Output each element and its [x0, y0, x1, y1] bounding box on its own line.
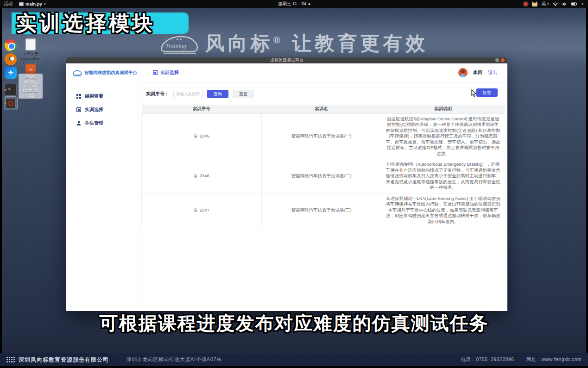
submit-button[interactable]: 提交	[476, 88, 498, 97]
clock-label: 星期三 11：34	[278, 1, 306, 7]
footer-address: 深圳市龙岗区横岗街道大运AI小镇A07栋	[126, 356, 222, 363]
training-radio[interactable]	[194, 134, 197, 138]
footer-company: 深圳风向标教育资源股份有限公司	[19, 356, 109, 364]
focused-app-label: main.py	[25, 1, 42, 6]
zip-icon: zip	[25, 64, 36, 75]
svg-text:Training: Training	[165, 43, 186, 50]
main-area: 实训选择 李四 退出 实训序号： 查询 重置 提交	[139, 63, 507, 311]
wifi-icon[interactable]	[553, 2, 558, 6]
training-radio[interactable]	[194, 208, 197, 212]
sidebar-item-label: 学生管理	[85, 120, 103, 126]
sidebar-logo-title: 智能网联虚拟仿真测试平台	[84, 70, 137, 76]
sidebar-item-students[interactable]: 学生管理	[66, 116, 139, 130]
training-id: 2345	[200, 133, 209, 138]
gnome-top-bar: 活动 main.py ▾ 星期三 11：34 英 ▾	[0, 0, 588, 8]
activities-button[interactable]: 活动	[4, 1, 13, 7]
wallpaper-brand: Training 风向标® 让教育更有效	[0, 31, 588, 56]
subtitle-caption: 可根据课程进度发布对应难度的仿真测试任务	[0, 313, 588, 333]
training-name: 智能网联汽车仿真平台试卷(一)	[261, 113, 381, 159]
sidebar-item-results[interactable]: 结果查看	[66, 89, 139, 103]
main-header: 实训选择 李四 退出	[139, 63, 507, 82]
table-row: 2347 智能网联汽车仿真平台试卷(三) 车道保持辅助—LKA(Lane Kee…	[142, 193, 505, 227]
training-name: 智能网联汽车仿真平台试卷(三)	[261, 193, 381, 227]
focused-app-menu[interactable]: main.py ▾	[19, 1, 45, 6]
table-row: 2346 智能网联汽车仿真平台试卷(二) 自动紧急制动（Autonomous E…	[142, 159, 505, 193]
module-banner: 实训选择模块	[12, 12, 189, 34]
footer-bar: 深圳风向标教育资源股份有限公司 深圳市龙岗区横岗街道大运AI小镇A07栋 电话：…	[0, 353, 588, 366]
table-row: 2345 智能网联汽车仿真平台试卷(一) 自适应巡航控制(Adaptive Cr…	[142, 113, 505, 159]
training-id-input[interactable]	[173, 90, 203, 98]
notification-dot	[308, 3, 310, 5]
battery-icon[interactable]	[571, 2, 577, 6]
input-method-menu[interactable]: 英 ▾	[542, 1, 549, 7]
chevron-down-icon: ▾	[547, 2, 549, 6]
chevron-down-icon: ▾	[44, 2, 46, 6]
screen-record-icon[interactable]	[524, 2, 528, 6]
sidebar-item-training-select[interactable]: 实训选择	[66, 103, 139, 116]
query-button[interactable]: 查询	[207, 90, 228, 98]
window-title: 虚拟仿真测试平台	[270, 57, 303, 63]
dots-grid-icon	[6, 357, 15, 362]
sidebar-item-label: 实训选择	[85, 106, 103, 113]
training-id: 2346	[200, 173, 209, 178]
window-titlebar[interactable]: 虚拟仿真测试平台	[66, 57, 507, 63]
module-banner-title: 实训选择模块	[16, 13, 155, 33]
training-name: 智能网联汽车仿真平台试卷(二)	[261, 159, 381, 193]
clock-menu[interactable]: 星期三 11：34	[278, 1, 310, 7]
breadcrumb[interactable]: 实训选择	[153, 69, 179, 76]
system-menu-chevron-icon[interactable]: ▾	[582, 2, 583, 6]
minimize-button[interactable]	[495, 58, 499, 62]
footer-website: 网址：www.fengxb.com	[526, 356, 582, 363]
training-radio[interactable]	[194, 174, 197, 178]
training-car-logo-icon: Training	[160, 33, 199, 54]
sidebar: 智能网联虚拟仿真测试平台 结果查看 实训选择 学生管理	[66, 63, 139, 311]
app-window-icon	[19, 2, 24, 6]
logout-link[interactable]: 退出	[488, 69, 497, 76]
sidebar-logo: 智能网联虚拟仿真测试平台	[66, 63, 139, 76]
car-logo-icon	[73, 69, 82, 76]
column-header-name: 实训名	[261, 105, 381, 113]
peek-app-icon[interactable]	[532, 1, 537, 6]
filter-bar: 实训序号： 查询 重置 提交	[146, 88, 500, 100]
filter-label: 实训序号：	[146, 91, 169, 97]
training-id: 2347	[200, 207, 209, 212]
close-button[interactable]	[501, 58, 505, 62]
footer-phone: 电话：0755–29822896	[461, 356, 514, 363]
avatar[interactable]	[458, 68, 468, 77]
wallpaper-slogan: 风向标® 让教育更有效	[205, 31, 428, 56]
table-header-row: 实训序号 实训名 实训说明	[142, 105, 505, 113]
training-desc: 自适应巡航控制(Adaptive Cruise Control) 是对传统定速巡…	[381, 113, 505, 159]
dock-blue-app-icon[interactable]: ✈	[4, 66, 17, 79]
training-desc: 车道保持辅助—LKA(Lane Keeping Assist) 用于辅助驾驶员将…	[381, 193, 505, 227]
desktop-file-zip[interactable]: zip 2346_ 10001_ 2023-09-27 10:22:21, .z…	[19, 64, 43, 99]
reset-button[interactable]: 重置	[233, 90, 254, 98]
app-window: 虚拟仿真测试平台 智能网联虚拟仿真测试平台	[66, 57, 507, 311]
column-header-id: 实训序号	[142, 105, 262, 113]
person-icon	[76, 121, 81, 125]
dock-terminal-icon[interactable]: >_	[4, 83, 17, 96]
volume-icon[interactable]	[562, 2, 567, 6]
column-header-desc: 实训说明	[381, 105, 505, 113]
training-desc: 自动紧急制动（Autonomous Emergency Braking），是指车…	[381, 159, 505, 193]
sidebar-menu: 结果查看 实训选择 学生管理	[66, 89, 139, 130]
clipboard-icon	[76, 107, 81, 112]
breadcrumb-label: 实训选择	[160, 69, 179, 76]
clipboard-icon	[153, 70, 158, 75]
sidebar-item-label: 结果查看	[85, 93, 103, 100]
grid-icon	[76, 94, 81, 99]
username: 李四	[473, 69, 482, 76]
desktop: 活动 main.py ▾ 星期三 11：34 英 ▾	[0, 0, 588, 368]
dock-recorder-icon[interactable]	[4, 97, 17, 110]
training-table: 实训序号 实训名 实训说明 2345 智能网联汽车仿真平台试卷(一) 自适应巡航…	[141, 105, 505, 227]
